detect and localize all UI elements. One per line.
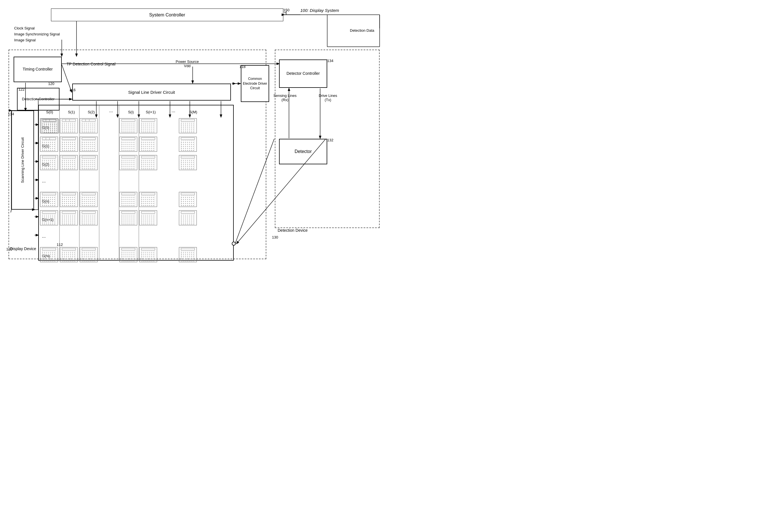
ref-112: 112 (57, 242, 63, 247)
clock-signal-line3: Image Signal (14, 37, 60, 43)
ref-150: 150 (283, 8, 290, 12)
drive-lines-label: Drive Lines (Tx) (319, 93, 337, 102)
power-source-label: Power Source Vdd (176, 59, 199, 68)
common-electrode-driver-box: Common Electrode Driver Circuit (241, 65, 269, 102)
system-controller-label: System Controller (149, 12, 185, 18)
ref-132: 132 (327, 138, 333, 142)
detection-device-label: Detection Device (278, 228, 308, 233)
detector-box: Detector (279, 139, 327, 164)
sensing-lines-label: Sensing Lines (Rx) (273, 93, 297, 102)
tp-detection-label: TP Detection Control Signal (67, 62, 116, 66)
signal-line-driver-box: Signal Line Driver Circuit (72, 84, 231, 101)
ref-130: 130 (272, 235, 278, 239)
pixel-grid (38, 105, 234, 261)
clock-signals-group: Clock Signal Image Synchronizing Signal … (14, 25, 60, 43)
ref-114: 114 (8, 112, 14, 116)
detector-controller-box: Detector Controller (279, 59, 327, 88)
ref-122: 122 (18, 87, 25, 91)
scanning-line-driver-box: Scanning Line Driver Circuit (11, 110, 34, 210)
detection-data-label: Detection Data (350, 28, 374, 33)
ref-116: 116 (69, 88, 76, 92)
timing-controller-box: Timing Controller (14, 57, 62, 82)
display-device-label: Display Device (10, 246, 36, 251)
clock-signal-line2: Image Synchronizing Signal (14, 31, 60, 37)
clock-signal-line1: Clock Signal (14, 25, 60, 31)
ref-118: 118 (239, 65, 246, 69)
display-system-label: 100: Display System (300, 8, 339, 13)
ref-120: 120 (48, 82, 54, 86)
ref-134: 134 (327, 59, 333, 63)
system-controller-box: System Controller (51, 8, 283, 21)
pixel-circle (232, 242, 236, 246)
ref-110: 110 (6, 247, 12, 251)
